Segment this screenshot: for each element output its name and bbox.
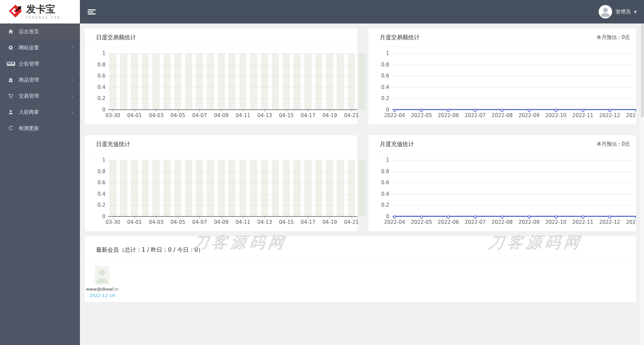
main-content: 日度交易额统计 00.20.40.60.8103-3004-0104-0304-… [80,23,641,345]
bar [283,160,290,216]
x-tick-label: 2023-01 [626,112,636,118]
user-avatar [599,5,612,18]
data-point-marker [581,109,584,112]
brand-domain: fakabao.top [26,15,61,19]
x-tick-label: 04-01 [127,112,142,118]
panel-monthly-trade: 月度交易额统计 本月预估：0元 00.20.40.60.812022-04202… [368,28,636,125]
panel-daily-recharge: 日度充值统计 00.20.40.60.8103-3004-0104-0304-0… [84,135,358,232]
data-point-marker [474,109,477,112]
sidebar-item-7[interactable]: 检测更新 [0,120,80,136]
data-point-marker [608,215,611,218]
chevron-right-icon: › [71,45,73,50]
user-menu[interactable]: 管理员 ▼ [599,5,637,18]
x-axis-tick [156,217,156,218]
y-tick-label: 0.4 [85,85,105,90]
member-item[interactable]: www@dkewl.com 2022-12-19 [86,266,118,298]
bar [142,53,149,110]
x-tick-label: 04-11 [236,112,250,118]
y-tick-label: 0.8 [368,169,389,174]
bar [250,53,258,110]
members-row: 最新会员（总计：1 / 昨日：0 / 今日：0） www@dkewl.com 2… [84,236,636,302]
x-tick-label: 04-15 [279,219,294,225]
y-tick-label: 0.2 [368,202,389,208]
x-axis-tick [265,217,265,218]
x-axis-tick [178,110,178,112]
bar [131,53,138,110]
sidebar-item-label: 交易管理 [19,93,39,99]
panel-daily-trade: 日度交易额统计 00.20.40.60.8103-3004-0104-0304-… [84,28,358,125]
scrollbar-thumb[interactable] [641,23,644,117]
gridline [392,160,636,160]
brand-logo[interactable]: 发卡宝 fakabao.top [0,0,80,23]
daily-recharge-chart: 00.20.40.60.8103-3004-0104-0304-0504-070… [85,160,357,216]
x-axis-tick [352,110,352,112]
data-point-marker [393,109,396,112]
sidebar-item-4[interactable]: 商品管理› [0,72,80,88]
x-tick-label: 03-30 [105,219,120,225]
x-axis-tick [113,217,113,218]
x-tick-label: 2022-06 [438,219,459,225]
bar [348,160,355,216]
x-tick-label: 04-21 [344,112,359,118]
refresh-icon [7,125,14,132]
x-tick-label: 2022-05 [411,112,432,118]
bar [174,53,182,110]
data-point-marker [527,215,531,218]
x-tick-label: 2022-11 [572,112,593,118]
gridline [108,98,357,99]
sidebar-item-2[interactable]: 网站设置› [0,40,80,56]
y-tick-label: 0.6 [85,73,105,79]
x-tick-label: 2022-12 [599,219,620,225]
bar [272,160,279,216]
x-tick-label: 04-19 [322,219,337,225]
gridline [108,76,357,76]
data-point-marker [635,215,636,218]
panel-latest-members: 最新会员（总计：1 / 昨日：0 / 今日：0） www@dkewl.com 2… [84,236,636,302]
sidebar-item-1[interactable]: 后台首页 [0,23,80,40]
x-axis-tick [330,110,330,112]
chevron-right-icon: › [71,93,73,99]
x-axis-tick [330,217,330,218]
sidebar-item-6[interactable]: 入驻商家› [0,104,80,120]
sidebar-item-3[interactable]: NEW公告管理 [0,56,80,72]
y-tick-label: 0.8 [368,62,389,67]
x-tick-label: 04-03 [149,112,164,118]
bar [207,160,214,216]
x-tick-label: 04-11 [236,219,250,225]
sidebar-item-label: 检测更新 [19,125,39,132]
sidebar-item-5[interactable]: 交易管理› [0,88,80,104]
gridline [392,183,636,183]
x-tick-label: 2022-05 [411,219,432,225]
x-tick-label: 04-05 [171,219,185,225]
menu-toggle-icon[interactable] [86,6,98,17]
x-tick-label: 2022-04 [384,219,405,225]
x-tick-label: 04-13 [257,112,272,118]
bar [337,160,344,216]
x-tick-label: 04-05 [171,112,185,118]
gear-icon [7,44,14,51]
x-tick-label: 04-19 [322,112,337,118]
bar [337,53,344,110]
data-point-marker [420,109,423,112]
x-tick-label: 04-09 [214,219,229,225]
bar [315,53,323,110]
bar [185,53,192,110]
bar [326,160,333,216]
bar [315,160,323,216]
x-axis-tick [221,110,222,112]
bar [293,160,301,216]
bar [152,160,160,216]
bar [218,160,225,216]
bar [228,53,236,110]
bar [142,160,149,216]
month-estimate: 本月预估：0元 [596,34,630,41]
page-scrollbar[interactable] [641,23,644,345]
bar [261,160,268,216]
gridline [108,171,357,172]
x-tick-label: 2022-04 [384,112,405,118]
member-register-date: 2022-12-19 [86,293,118,298]
y-tick-label: 1 [85,157,105,163]
x-axis-tick [286,110,287,112]
chevron-right-icon: › [71,109,73,115]
gridline [392,98,636,99]
